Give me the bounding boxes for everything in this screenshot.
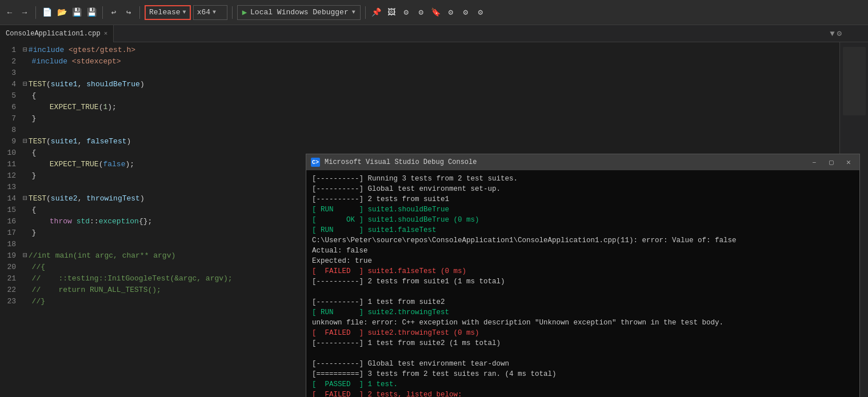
toolbar-btn-2[interactable]: ⚙ — [415, 6, 427, 19]
console-title-bar: C> Microsoft Visual Studio Debug Console… — [306, 154, 859, 170]
console-line-3: [----------] 2 tests from suite1 — [312, 194, 854, 204]
forward-button[interactable]: → — [18, 6, 31, 19]
console-close-button[interactable]: ✕ — [842, 157, 855, 167]
code-line-8: 8 — [0, 125, 839, 136]
architecture-dropdown[interactable]: x64 ▼ — [193, 5, 227, 20]
console-minimize-button[interactable]: – — [808, 157, 821, 167]
toolbar-btn-3[interactable]: 🔖 — [430, 6, 442, 19]
console-line-15: unknown file: error: C++ exception with … — [312, 318, 854, 328]
file-tab-label: ConsoleApplication1.cpp — [6, 30, 101, 38]
file-tab[interactable]: ConsoleApplication1.cpp × — [0, 25, 114, 42]
console-line-21: [ PASSED ] 1 test. — [312, 379, 854, 390]
console-line-7: C:\Users\Peter\source\repos\ConsoleAppli… — [312, 235, 854, 246]
screenshot-button[interactable]: 🖼 — [385, 6, 398, 19]
console-maximize-button[interactable]: ▢ — [825, 157, 838, 167]
console-line-12 — [312, 287, 854, 297]
console-line-14: [ RUN ] suite2.throwingTest — [312, 307, 854, 318]
console-line-8: Actual: false — [312, 246, 854, 256]
back-button[interactable]: ← — [3, 6, 16, 19]
code-line-2: 2 #include <stdexcept> — [0, 56, 839, 67]
debug-dropdown[interactable]: ▶ Local Windows Debugger ▼ — [237, 5, 361, 20]
console-line-6: [ RUN ] suite1.falseTest — [312, 225, 854, 235]
architecture-arrow: ▼ — [213, 9, 216, 15]
console-title: Microsoft Visual Studio Debug Console — [325, 158, 803, 166]
separator-1 — [35, 6, 36, 19]
console-line-10: [ FAILED ] suite1.falseTest (0 ms) — [312, 266, 854, 276]
toolbar: ← → 📄 📂 💾 💾 ↩ ↪ Release ▼ x64 ▼ ▶ Local … — [0, 0, 868, 25]
console-line-22: [ FAILED ] 2 tests, listed below: — [312, 390, 854, 397]
code-line-7: 7 } — [0, 113, 839, 125]
debug-arrow: ▼ — [352, 9, 355, 15]
console-line-4: [ RUN ] suite1.shouldBeTrue — [312, 204, 854, 215]
code-line-5: 5 { — [0, 90, 839, 102]
console-line-11: [----------] 2 tests from suite1 (1 ms t… — [312, 276, 854, 287]
console-line-20: [==========] 3 tests from 2 test suites … — [312, 369, 854, 379]
separator-5 — [365, 6, 366, 19]
console-line-5: [ OK ] suite1.shouldBeTrue (0 ms) — [312, 215, 854, 225]
toolbar-btn-1[interactable]: ⚙ — [400, 6, 413, 19]
separator-2 — [102, 6, 103, 19]
code-line-9: 9 ⊟TEST(suite1, falseTest) — [0, 136, 839, 147]
toolbar-btn-5[interactable]: ⚙ — [459, 6, 472, 19]
console-line-17: [----------] 1 test from suite2 (1 ms to… — [312, 338, 854, 348]
code-line-3: 3 — [0, 67, 839, 79]
configuration-arrow: ▼ — [183, 9, 186, 15]
configuration-label: Release — [149, 8, 181, 17]
debug-label: Local Windows Debugger — [250, 8, 349, 17]
architecture-label: x64 — [197, 8, 210, 17]
tab-bar: ConsoleApplication1.cpp × ▼ ⚙ — [0, 25, 868, 42]
editor-area: 1 ⊟#include <gtest/gtest.h> 2 #include <… — [0, 42, 868, 397]
tab-settings-icon[interactable]: ⚙ — [837, 29, 842, 38]
save-button[interactable]: 💾 — [70, 6, 83, 19]
tab-dropdown-icon[interactable]: ▼ — [830, 29, 834, 38]
code-line-4: 4 ⊟TEST(suite1, shouldBeTrue) — [0, 79, 839, 90]
debug-console-window: C> Microsoft Visual Studio Debug Console… — [306, 154, 860, 397]
console-line-13: [----------] 1 test from suite2 — [312, 297, 854, 307]
console-line-18 — [312, 348, 854, 359]
console-line-1: [----------] Running 3 tests from 2 test… — [312, 174, 854, 184]
toolbar-btn-6[interactable]: ⚙ — [474, 6, 487, 19]
code-line-1: 1 ⊟#include <gtest/gtest.h> — [0, 45, 839, 56]
separator-4 — [232, 6, 233, 19]
console-line-16: [ FAILED ] suite2.throwingTest (0 ms) — [312, 328, 854, 338]
console-app-icon: C> — [311, 158, 320, 167]
configuration-dropdown[interactable]: Release ▼ — [145, 5, 191, 20]
code-line-6: 6 EXPECT_TRUE(1); — [0, 102, 839, 113]
separator-3 — [139, 6, 140, 19]
new-file-button[interactable]: 📄 — [41, 6, 53, 19]
redo-button[interactable]: ↪ — [122, 6, 135, 19]
console-line-9: Expected: true — [312, 256, 854, 266]
undo-button[interactable]: ↩ — [107, 6, 120, 19]
console-line-2: [----------] Global test environment set… — [312, 184, 854, 194]
console-output[interactable]: [----------] Running 3 tests from 2 test… — [306, 170, 859, 397]
play-icon: ▶ — [242, 7, 247, 17]
console-line-19: [----------] Global test environment tea… — [312, 359, 854, 369]
save-all-button[interactable]: 💾 — [85, 6, 98, 19]
tab-close-button[interactable]: × — [104, 30, 108, 37]
open-button[interactable]: 📂 — [55, 6, 68, 19]
tab-right-icons: ▼ ⚙ — [830, 29, 845, 38]
pin-button[interactable]: 📌 — [370, 6, 383, 19]
toolbar-btn-4[interactable]: ⚙ — [445, 6, 457, 19]
